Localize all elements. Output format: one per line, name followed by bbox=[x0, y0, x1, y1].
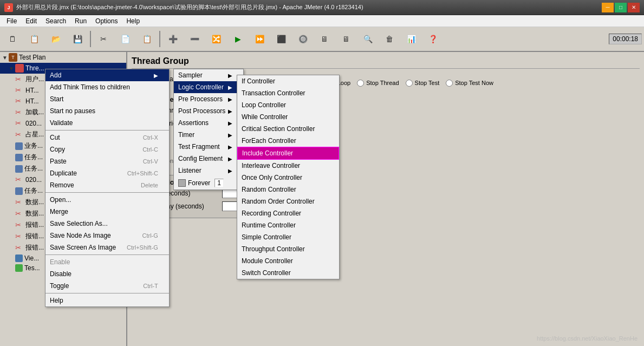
remote-stop-button[interactable]: 🖥 bbox=[336, 29, 356, 49]
scissors-icon-2: ✂ bbox=[15, 97, 24, 106]
add-logic-controller-label: Logic Controller bbox=[178, 83, 224, 91]
forever-checkbox-submenu[interactable] bbox=[178, 179, 186, 187]
remote-exit-button[interactable]: 🔍 bbox=[357, 29, 378, 49]
logic-loop-controller[interactable]: Loop Controller bbox=[237, 99, 339, 111]
ctx-add-arrow: ▶ bbox=[154, 73, 158, 79]
add-test-fragment[interactable]: Test Fragment ▶ bbox=[174, 141, 243, 153]
menu-file[interactable]: File bbox=[2, 16, 21, 26]
ctx-validate-label: Validate bbox=[50, 119, 73, 127]
ctx-disable[interactable]: Disable bbox=[45, 268, 169, 280]
ctx-save-selection[interactable]: Save Selection As... bbox=[45, 218, 169, 230]
close-button[interactable]: ✕ bbox=[628, 3, 640, 12]
menu-run[interactable]: Run bbox=[70, 16, 91, 26]
menu-help[interactable]: Help bbox=[122, 16, 144, 26]
logic-if-controller[interactable]: If Controller bbox=[237, 75, 339, 87]
generic-icon-7 bbox=[15, 154, 23, 161]
ctx-cut[interactable]: Cut Ctrl-X bbox=[45, 132, 169, 143]
menu-search[interactable]: Search bbox=[41, 16, 70, 26]
menu-edit[interactable]: Edit bbox=[21, 16, 41, 26]
logic-throughput-controller[interactable]: Throughput Controller bbox=[237, 243, 339, 255]
logic-runtime-controller[interactable]: Runtime Controller bbox=[237, 219, 339, 231]
shutdown-button[interactable]: 🔘 bbox=[292, 29, 313, 49]
logic-random-controller[interactable]: Random Controller bbox=[237, 184, 339, 195]
logic-critical-section[interactable]: Critical Section Controller bbox=[237, 123, 339, 135]
ctx-add[interactable]: Add ▶ bbox=[45, 69, 169, 81]
add-logic-controller[interactable]: Logic Controller ▶ bbox=[174, 81, 243, 93]
open-button[interactable]: 📂 bbox=[45, 29, 66, 49]
save-button[interactable]: 💾 bbox=[67, 29, 88, 49]
logic-switch-controller[interactable]: Switch Controller bbox=[237, 267, 339, 279]
ctx-duplicate[interactable]: Duplicate Ctrl+Shift-C bbox=[45, 167, 169, 179]
remote-start-button[interactable]: 🖥 bbox=[314, 29, 335, 49]
add-timer[interactable]: Timer ▶ bbox=[174, 129, 243, 141]
ctx-save-node-image[interactable]: Save Node As Image Ctrl-G bbox=[45, 230, 169, 241]
ctx-save-screen-image-shortcut: Ctrl+Shift-G bbox=[127, 244, 158, 251]
ctx-validate[interactable]: Validate bbox=[45, 117, 169, 129]
start-button[interactable]: ▶ bbox=[227, 29, 248, 49]
ctx-enable-label: Enable bbox=[50, 258, 70, 266]
help-button[interactable]: ❓ bbox=[422, 29, 443, 49]
logic-random-order-controller[interactable]: Random Order Controller bbox=[237, 195, 339, 207]
ctx-paste[interactable]: Paste Ctrl-V bbox=[45, 155, 169, 167]
context-menu-main: Add ▶ Add Think Times to children Start … bbox=[45, 69, 170, 307]
ctx-save-screen-image[interactable]: Save Screen As Image Ctrl+Shift-G bbox=[45, 241, 169, 253]
add-config-element[interactable]: Config Element ▶ bbox=[174, 153, 243, 165]
logic-transaction-controller[interactable]: Transaction Controller bbox=[237, 87, 339, 99]
ctx-merge[interactable]: Merge bbox=[45, 206, 169, 218]
tree-item-testplan[interactable]: ▼ T Test Plan bbox=[0, 52, 126, 63]
logic-once-only-controller[interactable]: Once Only Controller bbox=[237, 172, 339, 184]
ctx-add-think-times[interactable]: Add Think Times to children bbox=[45, 81, 169, 93]
logic-random-controller-label: Random Controller bbox=[242, 186, 296, 193]
logic-foreach-controller[interactable]: ForEach Controller bbox=[237, 135, 339, 147]
logic-module-controller[interactable]: Module Controller bbox=[237, 255, 339, 267]
toolbar: 🗒 📋 📂 💾 ✂ 📄 📋 ➕ ➖ 🔀 ▶ ⏩ ⬛ 🔘 🖥 🖥 🔍 🗑 📊 ❓ … bbox=[0, 27, 644, 52]
ctx-help-label: Help bbox=[50, 297, 63, 304]
template-button[interactable]: 📋 bbox=[24, 29, 44, 49]
add-pre-processors[interactable]: Pre Processors ▶ bbox=[174, 93, 243, 105]
add-timer-arrow: ▶ bbox=[228, 132, 232, 138]
radio-stop-test-now[interactable]: Stop Test Now bbox=[446, 80, 493, 87]
ctx-open[interactable]: Open... bbox=[45, 194, 169, 206]
add-post-processors[interactable]: Post Processors ▶ bbox=[174, 105, 243, 117]
logic-throughput-controller-label: Throughput Controller bbox=[242, 245, 305, 253]
new-button[interactable]: 🗒 bbox=[2, 29, 23, 49]
ctx-help[interactable]: Help bbox=[45, 295, 169, 306]
logic-recording-controller[interactable]: Recording Controller bbox=[237, 207, 339, 219]
start-nopause-button[interactable]: ⏩ bbox=[249, 29, 270, 49]
logic-include-controller[interactable]: Include Controller bbox=[237, 147, 339, 160]
cut-button[interactable]: ✂ bbox=[93, 29, 114, 49]
ctx-start-no-pauses[interactable]: Start no pauses bbox=[45, 105, 169, 117]
ctx-merge-label: Merge bbox=[50, 208, 68, 216]
stop-button[interactable]: ⬛ bbox=[271, 29, 291, 49]
ctx-copy[interactable]: Copy Ctrl-C bbox=[45, 143, 169, 155]
ctx-save-screen-image-label: Save Screen As Image bbox=[50, 244, 116, 251]
ctx-save-node-image-shortcut: Ctrl-G bbox=[142, 232, 158, 239]
toggle-button[interactable]: 🔀 bbox=[206, 29, 226, 49]
logic-simple-controller[interactable]: Simple Controller bbox=[237, 231, 339, 243]
logic-loop-controller-label: Loop Controller bbox=[242, 101, 286, 109]
ctx-cut-label: Cut bbox=[50, 134, 60, 141]
minimize-button[interactable]: ─ bbox=[602, 3, 614, 12]
ctx-sep-2 bbox=[45, 192, 169, 193]
copy-button[interactable]: 📄 bbox=[115, 29, 135, 49]
ctx-remove[interactable]: Remove Delete bbox=[45, 179, 169, 191]
add-sampler[interactable]: Sampler ▶ bbox=[174, 69, 243, 81]
tree-expand-testplan[interactable]: ▼ bbox=[2, 55, 9, 61]
logic-interleave-controller[interactable]: Interleave Controller bbox=[237, 160, 339, 172]
paste-button[interactable]: 📋 bbox=[136, 29, 157, 49]
clear-button[interactable]: 🗑 bbox=[379, 29, 400, 49]
add-assertions[interactable]: Assertions ▶ bbox=[174, 117, 243, 129]
tree-expand-threadgroup[interactable]: ▼ bbox=[9, 66, 15, 71]
radio-stop-thread[interactable]: Stop Thread bbox=[357, 80, 399, 87]
collapse-button[interactable]: ➖ bbox=[184, 29, 205, 49]
menu-options[interactable]: Options bbox=[91, 16, 122, 26]
clear-all-button[interactable]: 📊 bbox=[401, 29, 421, 49]
ctx-start[interactable]: Start bbox=[45, 93, 169, 105]
add-listener[interactable]: Listener ▶ bbox=[174, 165, 243, 177]
ctx-toggle[interactable]: Toggle Ctrl-T bbox=[45, 280, 169, 292]
expand-button[interactable]: ➕ bbox=[162, 29, 183, 49]
add-test-fragment-arrow: ▶ bbox=[228, 144, 232, 150]
logic-while-controller[interactable]: While Controller bbox=[237, 111, 339, 123]
radio-stop-test[interactable]: Stop Test bbox=[406, 80, 440, 87]
maximize-button[interactable]: □ bbox=[615, 3, 627, 12]
